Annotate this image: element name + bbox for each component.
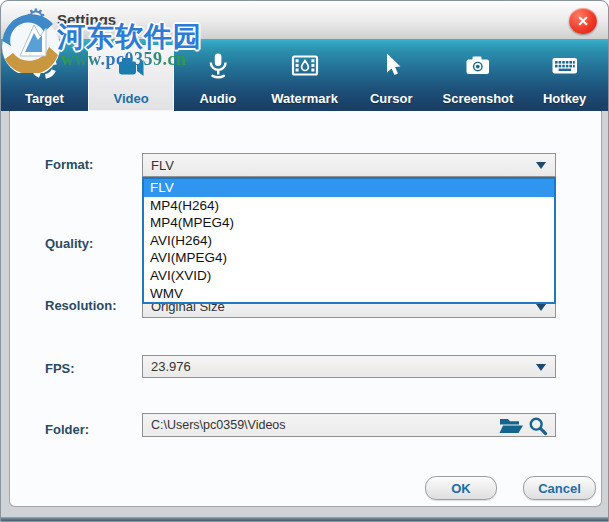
format-label: Format: bbox=[45, 157, 93, 172]
format-dropdown-list: FLV MP4(H264) MP4(MPEG4) AVI(H264) AVI(M… bbox=[142, 177, 556, 304]
format-select-value: FLV bbox=[151, 158, 174, 173]
tab-watermark-label: Watermark bbox=[261, 91, 348, 106]
cursor-arrow-icon bbox=[374, 48, 408, 84]
ok-button[interactable]: OK bbox=[425, 476, 497, 500]
tab-cursor-label: Cursor bbox=[348, 91, 435, 106]
dropdown-option-flv[interactable]: FLV bbox=[144, 179, 554, 197]
keyboard-icon bbox=[548, 48, 582, 84]
watermark-site-logo bbox=[1, 9, 65, 73]
dropdown-option-mp4-mpeg4[interactable]: MP4(MPEG4) bbox=[144, 214, 554, 232]
folder-path-value: C:\Users\pc0359\Videos bbox=[151, 418, 286, 432]
tab-video-label: Video bbox=[88, 91, 175, 106]
dropdown-option-avi-xvid[interactable]: AVI(XVID) bbox=[144, 267, 554, 285]
dropdown-option-mp4-h264[interactable]: MP4(H264) bbox=[144, 197, 554, 215]
fps-select-value: 23.976 bbox=[151, 359, 191, 374]
settings-window: ⚙ Settings ✕ Target Vi bbox=[0, 0, 609, 522]
dropdown-option-avi-mpeg4[interactable]: AVI(MPEG4) bbox=[144, 249, 554, 267]
dropdown-option-wmv[interactable]: WMV bbox=[144, 285, 554, 303]
fps-select[interactable]: 23.976 bbox=[142, 355, 556, 378]
cancel-button[interactable]: Cancel bbox=[523, 476, 596, 500]
camera-icon bbox=[461, 48, 495, 84]
chevron-down-icon bbox=[536, 364, 546, 371]
tab-hotkey[interactable]: Hotkey bbox=[521, 39, 608, 111]
watermark-site-url: www.pc0359.cn bbox=[61, 49, 187, 70]
search-icon[interactable] bbox=[528, 416, 548, 436]
tab-watermark[interactable]: Watermark bbox=[261, 39, 348, 111]
close-button[interactable]: ✕ bbox=[569, 8, 597, 34]
settings-panel: Format: FLV Quality: Resolution: Origina… bbox=[9, 111, 602, 507]
window-bottom-edge bbox=[1, 517, 608, 521]
tab-screenshot-label: Screenshot bbox=[435, 91, 522, 106]
chevron-down-icon bbox=[536, 162, 546, 169]
tab-target-label: Target bbox=[1, 91, 88, 106]
folder-label: Folder: bbox=[45, 422, 89, 437]
quality-label: Quality: bbox=[45, 236, 93, 251]
folder-path-field[interactable]: C:\Users\pc0359\Videos bbox=[142, 413, 556, 437]
close-icon: ✕ bbox=[577, 13, 589, 29]
tab-audio-label: Audio bbox=[174, 91, 261, 106]
resolution-label: Resolution: bbox=[45, 298, 117, 313]
format-select[interactable]: FLV bbox=[142, 153, 556, 177]
dropdown-option-avi-h264[interactable]: AVI(H264) bbox=[144, 232, 554, 250]
fps-label: FPS: bbox=[45, 361, 75, 376]
tab-screenshot[interactable]: Screenshot bbox=[435, 39, 522, 111]
watermark-filmstrip-icon bbox=[288, 48, 322, 84]
tab-cursor[interactable]: Cursor bbox=[348, 39, 435, 111]
microphone-icon bbox=[201, 48, 235, 84]
chevron-down-icon bbox=[536, 304, 546, 311]
open-folder-icon[interactable] bbox=[498, 416, 524, 436]
tab-hotkey-label: Hotkey bbox=[521, 91, 608, 106]
